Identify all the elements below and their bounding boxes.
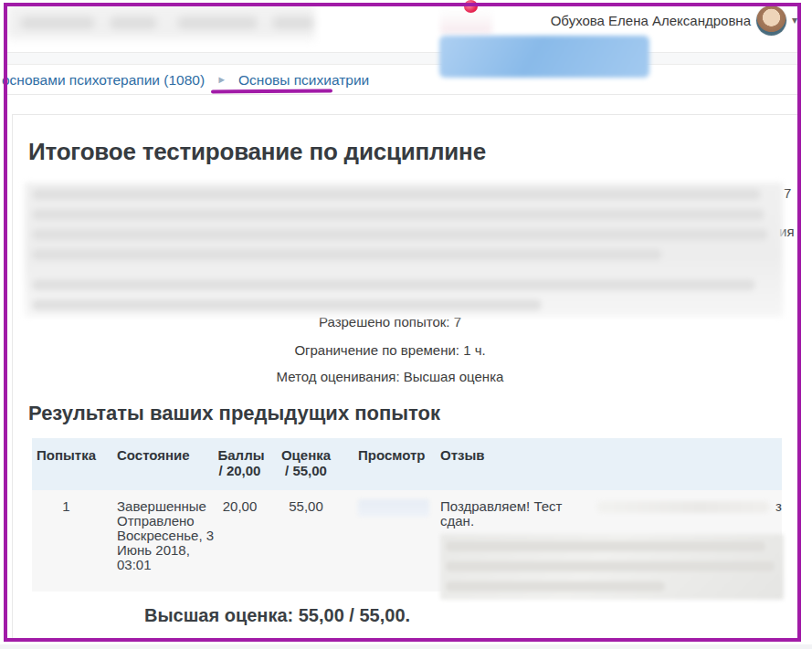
blurred-nav-item [177, 16, 258, 29]
notification-badge [464, 0, 478, 13]
feedback-text: Поздравляем! Тест сдан. [440, 499, 589, 529]
results-heading: Результаты ваших предыдущих попыток [28, 402, 440, 425]
column-header-grade: Оценка / 55,00 [265, 438, 347, 490]
state-submitted: Отправлено Воскресенье, 3 Июнь 2018, 03:… [117, 514, 215, 572]
state-status: Завершенные [117, 499, 215, 514]
page: Обухова Елена Александровна ▾ основами п… [0, 0, 812, 649]
cell-marks: 20,00 [215, 490, 265, 591]
cell-state: Завершенные Отправлено Воскресенье, 3 Ию… [100, 490, 215, 591]
blurred-nav-item [20, 16, 95, 29]
description-fragment: 7 [784, 185, 791, 201]
column-header-feedback: Отзыв [429, 438, 782, 490]
attempts-table: Попытка Состояние Баллы / 20,00 Оценка /… [32, 438, 782, 591]
column-header-attempt: Попытка [32, 438, 100, 490]
page-title: Итоговое тестирование по дисциплине [28, 138, 486, 166]
blurred-feedback-inline [596, 501, 770, 513]
chevron-down-icon[interactable]: ▾ [792, 14, 797, 26]
breadcrumb: основами психотерапии (1080)►Основы псих… [2, 72, 369, 89]
cell-grade: 55,00 [265, 490, 347, 591]
sub-header-band [7, 53, 798, 65]
blurred-popup [439, 36, 649, 78]
blurred-notifications-button[interactable] [440, 8, 492, 34]
breadcrumb-current[interactable]: Основы психиатрии [238, 72, 369, 88]
avatar[interactable] [756, 5, 786, 36]
bottom-strip [0, 644, 812, 649]
cell-review [347, 490, 429, 591]
breadcrumb-link-course[interactable]: основами психотерапии (1080) [2, 72, 205, 88]
quiz-info-time-limit: Ограничение по времени: 1 ч. [25, 342, 755, 358]
annotation-underline [211, 89, 332, 94]
cell-attempt-number: 1 [32, 490, 100, 591]
quiz-info-grading-method: Метод оценивания: Высшая оценка [25, 369, 755, 384]
user-menu-name[interactable]: Обухова Елена Александровна [548, 13, 751, 28]
blurred-nav-menu[interactable] [7, 5, 315, 41]
blurred-nav-item [110, 16, 157, 29]
blurred-nav-item [272, 16, 314, 29]
cell-feedback: Поздравляем! Тест сдан. з [429, 490, 782, 591]
column-header-marks: Баллы / 20,00 [215, 438, 265, 490]
blurred-review-link[interactable] [358, 499, 429, 517]
column-header-state: Состояние [100, 438, 215, 490]
feedback-fragment: з [775, 499, 782, 514]
blurred-description [25, 183, 783, 317]
breadcrumb-separator-icon: ► [216, 74, 227, 85]
highest-grade: Высшая оценка: 55,00 / 55,00. [144, 605, 410, 626]
blurred-feedback-block [440, 534, 784, 600]
column-header-review: Просмотр [347, 438, 429, 490]
breadcrumb-divider [7, 94, 798, 95]
